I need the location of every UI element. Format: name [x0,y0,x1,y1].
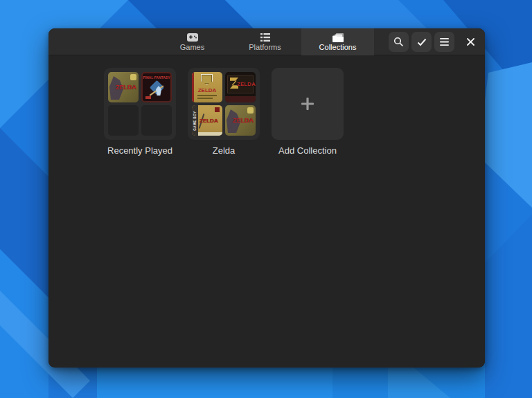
cover-title: ZELDA [200,118,218,124]
tab-games[interactable]: Games [156,28,229,55]
header-controls [389,32,481,52]
cover-title: ZELDA [116,84,136,91]
cover-art [225,96,256,102]
cover-final-fantasy: FINAL FANTASY [141,72,172,102]
tab-platforms-label: Platforms [249,44,281,51]
hamburger-icon [440,38,449,46]
cover-title: ZELDA [237,81,256,87]
close-button[interactable] [461,32,481,52]
cover-zelda-links-awakening: GAME BOY ZELDA [192,105,222,136]
tab-platforms[interactable]: Platforms [229,28,301,55]
collection-recently-played: ZELDA FINAL FANTASY Recently Played [104,68,176,156]
close-icon [467,38,475,46]
games-app-window: Games Platforms [48,28,485,368]
cover-art [197,95,217,96]
desktop-screen: Games Platforms [0,0,532,398]
plus-icon [299,96,316,112]
cover-zelda-nes: ZELDA [192,72,222,102]
cover-art [201,74,213,84]
cover-title: FINAL FANTASY [143,75,170,80]
collection-add: Add Collection [272,68,344,156]
n64-badge [247,107,254,114]
cover-art [215,107,220,112]
gamepad-icon [187,33,198,42]
collections-icon [332,33,344,42]
search-icon [393,37,404,47]
header-bar: Games Platforms [48,28,485,55]
list-icon [260,33,271,42]
tab-collections[interactable]: Collections [301,28,374,55]
main-menu-button[interactable] [434,32,454,52]
cover-zelda-ocarina-of-time: ZELDA [108,72,139,102]
collections-view: ZELDA FINAL FANTASY Recently Played [48,55,485,367]
collection-label: Add Collection [278,145,337,156]
tab-games-label: Games [180,44,204,51]
cover-title: ZELDA [233,117,254,124]
add-collection-button[interactable] [272,68,344,140]
cover-zelda-ocarina-of-time: ZELDA [225,105,256,136]
tab-collections-label: Collections [319,44,357,51]
collection-card-zelda[interactable]: ZELDA ZELDA GAME BOY [188,68,260,140]
empty-slot [141,105,172,136]
cover-art [198,132,222,136]
empty-slot [108,105,139,136]
cover-title: ZELDA [192,87,222,93]
collection-zelda: ZELDA ZELDA GAME BOY [188,68,260,156]
gameboy-label: GAME BOY [193,111,197,131]
gameboy-side-band: GAME BOY [192,105,198,136]
collection-card-recently-played[interactable]: ZELDA FINAL FANTASY [104,68,176,140]
collection-label: Zelda [213,145,236,156]
collections-grid: ZELDA FINAL FANTASY Recently Played [104,68,344,156]
cover-zelda-link-to-the-past: ZELDA [225,72,256,102]
n64-badge [130,74,136,80]
collection-label: Recently Played [107,145,172,156]
checkmark-icon [417,38,427,46]
nes-badge [145,96,151,99]
select-button[interactable] [411,32,432,52]
search-button[interactable] [389,32,409,52]
cover-art [197,98,213,99]
view-switcher: Games Platforms [156,28,374,55]
